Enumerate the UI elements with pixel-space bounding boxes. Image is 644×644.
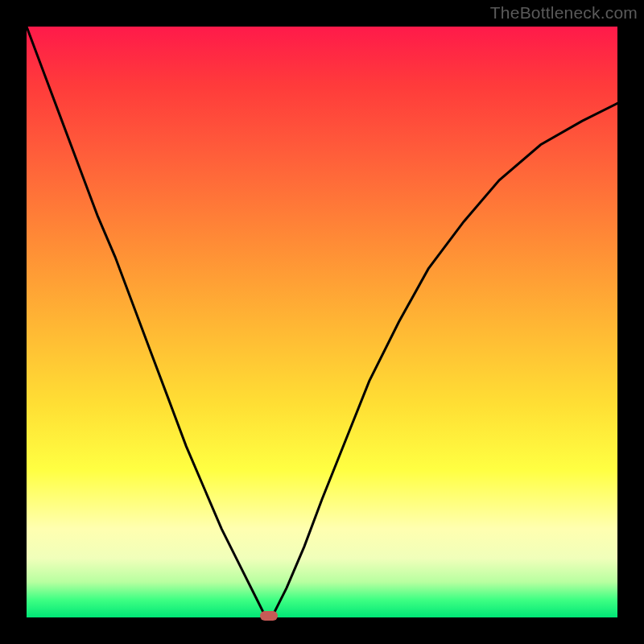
watermark-text: TheBottleneck.com (490, 3, 638, 23)
minimum-marker (260, 611, 278, 621)
bottleneck-curve (27, 27, 617, 617)
chart-frame: TheBottleneck.com (0, 0, 644, 644)
plot-area (27, 27, 617, 617)
curve-layer (27, 27, 617, 617)
